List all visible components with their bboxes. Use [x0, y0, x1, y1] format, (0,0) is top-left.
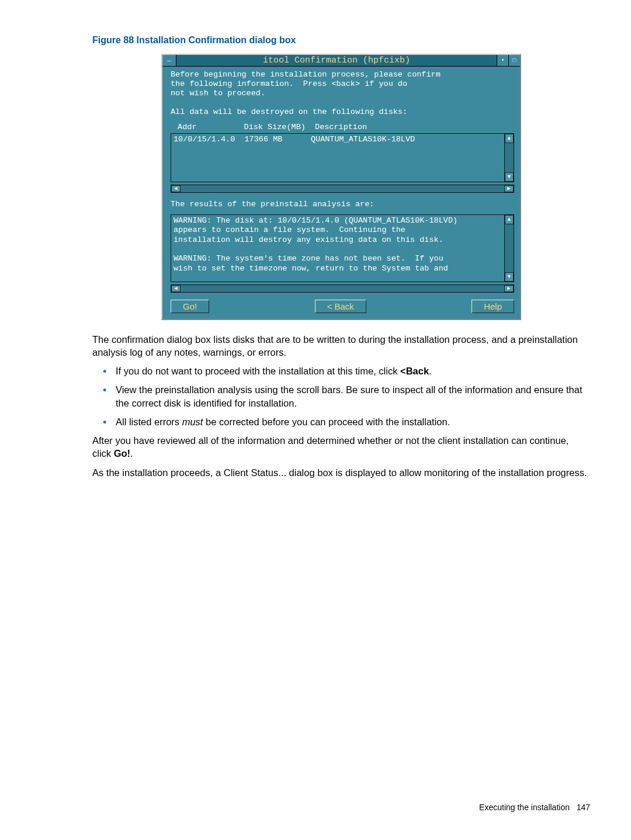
- list-item: View the preinstallation analysis using …: [92, 383, 590, 409]
- list-item: If you do not want to proceed with the i…: [92, 365, 590, 377]
- scroll-up-icon[interactable]: ▲: [505, 134, 514, 143]
- scroll-left-icon[interactable]: ◀: [171, 285, 181, 292]
- window-title: itool Confirmation (hpfcixb): [176, 55, 497, 66]
- window-menu-icon[interactable]: —: [162, 55, 176, 66]
- scroll-down-icon[interactable]: ▼: [505, 272, 514, 282]
- scrollbar-vertical[interactable]: ▲ ▼: [504, 215, 514, 282]
- doc-paragraph: After you have reviewed all of the infor…: [92, 434, 590, 460]
- scroll-right-icon[interactable]: ▶: [504, 185, 514, 192]
- li-text: All listed errors: [116, 416, 182, 427]
- scroll-h-track[interactable]: [181, 285, 504, 292]
- footer-section: Executing the installation: [479, 803, 570, 812]
- li-text: be corrected before you can proceed with…: [203, 416, 450, 427]
- analysis-text: WARNING: The disk at: 10/0/15/1.4.0 (QUA…: [171, 215, 514, 282]
- back-bold: <Back: [400, 366, 429, 376]
- doc-bullet-list: If you do not want to proceed with the i…: [92, 365, 590, 428]
- p-text: .: [130, 448, 133, 459]
- help-button[interactable]: Help: [471, 300, 514, 313]
- li-text: If you do not want to proceed with the i…: [116, 366, 400, 376]
- minimize-icon[interactable]: •: [497, 55, 508, 66]
- scroll-track[interactable]: [505, 224, 514, 272]
- page-footer: Executing the installation 147: [479, 803, 590, 812]
- disk-list-panel: 10/0/15/1.4.0 17366 MB QUANTUM_ATLAS10K-…: [171, 133, 514, 182]
- doc-paragraph: The confirmation dialog box lists disks …: [92, 333, 590, 359]
- disk-row: 10/0/15/1.4.0 17366 MB QUANTUM_ATLAS10K-…: [171, 134, 514, 182]
- titlebar: — itool Confirmation (hpfcixb) • □: [162, 55, 520, 67]
- go-bold: Go!: [114, 448, 130, 459]
- analysis-panel: WARNING: The disk at: 10/0/15/1.4.0 (QUA…: [171, 214, 514, 282]
- must-italic: must: [182, 416, 203, 427]
- scroll-down-icon[interactable]: ▼: [505, 172, 514, 182]
- scrollbar-vertical[interactable]: ▲ ▼: [504, 134, 514, 182]
- analysis-label: The results of the preinstall analysis a…: [171, 200, 514, 209]
- scrollbar-horizontal[interactable]: ◀ ▶: [171, 185, 514, 193]
- go-button[interactable]: Go!: [171, 300, 209, 313]
- scroll-up-icon[interactable]: ▲: [505, 215, 514, 224]
- disk-columns-header: Addr Disk Size(MB) Description: [173, 123, 514, 131]
- scroll-right-icon[interactable]: ▶: [504, 285, 514, 292]
- list-item: All listed errors must be corrected befo…: [92, 415, 590, 428]
- maximize-icon[interactable]: □: [508, 55, 520, 66]
- li-text: .: [429, 366, 432, 376]
- scrollbar-horizontal[interactable]: ◀ ▶: [171, 284, 514, 293]
- back-button[interactable]: < Back: [315, 300, 366, 313]
- doc-paragraph: As the installation proceeds, a Client S…: [92, 466, 590, 479]
- intro-text: Before beginning the installation proces…: [171, 70, 514, 117]
- confirmation-dialog: — itool Confirmation (hpfcixb) • □ Befor…: [161, 54, 521, 320]
- scroll-h-track[interactable]: [181, 185, 504, 192]
- button-row: Go! < Back Help: [171, 300, 514, 313]
- scroll-track[interactable]: [505, 143, 514, 172]
- dialog-screenshot: — itool Confirmation (hpfcixb) • □ Befor…: [161, 54, 521, 320]
- footer-page-number: 147: [577, 803, 590, 812]
- p-text: After you have reviewed all of the infor…: [92, 435, 568, 459]
- figure-caption: Figure 88 Installation Confirmation dial…: [92, 35, 590, 46]
- scroll-left-icon[interactable]: ◀: [171, 185, 181, 192]
